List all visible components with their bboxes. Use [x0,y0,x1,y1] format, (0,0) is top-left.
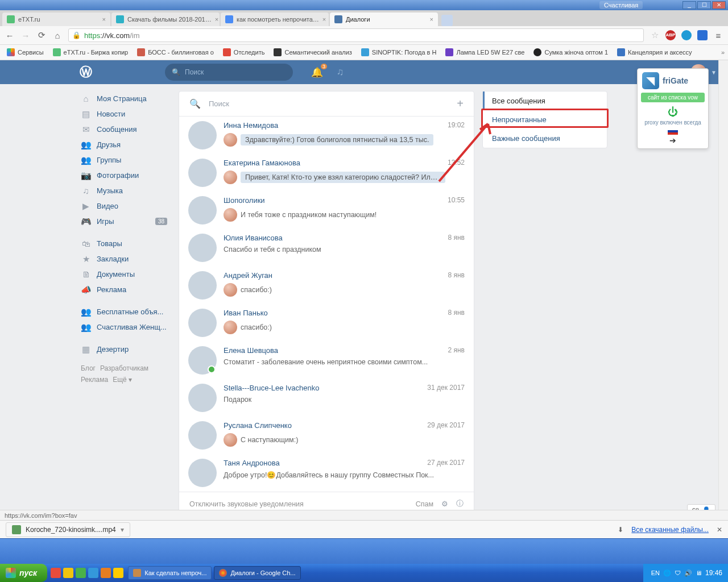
nav-docs[interactable]: 🗎Документы [77,267,171,282]
dialog-row[interactable]: Руслана Слипченко29 дек 2017С наступающи… [179,417,474,454]
power-icon[interactable]: ⏻ [667,106,679,118]
close-icon[interactable]: × [319,16,326,23]
dialog-row[interactable]: Елена Шевцова2 янвСтоматит - заболевание… [179,342,474,379]
close-icon[interactable]: × [99,16,106,23]
new-tab-button[interactable] [441,15,453,26]
footer-link[interactable]: Ещё ▾ [113,376,132,384]
nav-group-1[interactable]: 👥Бесплатные объя... [77,304,171,319]
window-minimize[interactable]: _ [682,1,696,9]
info-icon[interactable]: ⓘ [456,499,464,509]
ql-icon[interactable] [76,568,86,578]
window-maximize[interactable]: ☐ [697,1,711,9]
nav-bookmarks[interactable]: ★Закладки [77,251,171,267]
nav-groups[interactable]: 👥Группы [77,152,171,168]
nav-ads[interactable]: 📣Реклама [77,282,171,297]
reload-icon[interactable]: ⟳ [36,30,47,40]
bookmark-item[interactable]: eTXT.ru - Биржа копир [49,47,132,57]
new-chat-icon[interactable]: + [457,97,464,110]
bookmark-item[interactable]: SINOPTIK: Погода в Н [358,47,440,57]
clock[interactable]: 19:46 [705,569,722,577]
bookmark-item[interactable]: Семантический анализ [270,47,355,57]
home-icon[interactable]: ⌂ [52,30,63,40]
nav-games[interactable]: 🎮Игры38 [77,214,171,229]
filter-important[interactable]: Важные сообщения [483,129,607,148]
gear-icon[interactable]: ⚙ [441,500,448,508]
ql-icon[interactable] [88,568,98,578]
ql-icon[interactable] [51,568,61,578]
notifications-icon[interactable]: 🔔3 [311,66,323,78]
close-downloads-bar[interactable]: ✕ [717,526,722,534]
footer-link[interactable]: Реклама [81,376,108,384]
dialog-row[interactable]: Екатерина Гамаюнова13:52Привет, Катя! Кт… [179,154,474,192]
bookmark-item[interactable]: Канцелярия и аксессу [614,47,696,57]
vk-search-input[interactable]: 🔍 Поиск [165,64,293,81]
nav-video[interactable]: ▶Видео [77,198,171,214]
nav-label: Музыка [97,186,123,195]
tray-icon[interactable]: 🌐 [663,569,671,577]
footer-link[interactable]: Разработчикам [100,364,148,372]
filter-unread[interactable]: Непрочитанные [483,110,607,129]
music-icon[interactable]: ♫ [337,66,344,78]
browser-tab[interactable]: eTXT.ru × [2,13,110,26]
tray-icon[interactable]: 🔊 [684,569,692,577]
dialog-row[interactable]: Шопоголики10:55И тебя тоже с праздником … [179,192,474,229]
menu-icon[interactable]: ≡ [713,30,723,40]
start-button[interactable]: пуск [0,564,47,582]
nav-market[interactable]: 🛍Товары [77,236,171,251]
abp-icon[interactable]: ABP [665,30,676,40]
dialog-row[interactable]: Юлия Иванисова8 янвСпасибо и тебя с праз… [179,229,474,267]
ql-icon[interactable] [113,568,123,578]
nav-group-2[interactable]: 👥Счастливая Женщ... [77,319,171,335]
bookmark-item[interactable]: БОСС - биллинговая о [134,47,217,57]
bookmark-item[interactable]: Лампа LED 5W E27 све [442,47,528,57]
nav-news[interactable]: ▤Новости [77,106,171,122]
dialog-row[interactable]: Таня Андронова27 дек 2017Доброе утро!😊До… [179,454,474,492]
filter-all[interactable]: Все сообщения [483,92,607,110]
dialog-row[interactable]: Андрей Жуган8 янвспасибо:) [179,267,474,304]
browser-tab[interactable]: Скачать фильмы 2018-201… × [111,13,220,26]
chevron-down-icon[interactable]: ▾ [121,526,124,534]
ql-icon[interactable] [63,568,73,578]
close-icon[interactable]: × [427,16,433,23]
dialog-row[interactable]: Stella---Bruce-Lee Ivachenko31 дек 2017П… [179,379,474,417]
vk-logo-icon[interactable]: Ⓦ [80,64,165,81]
bookmarks-overflow[interactable]: » [721,49,725,56]
close-icon[interactable]: × [212,16,218,23]
window-close[interactable]: ✕ [712,1,726,9]
nav-music[interactable]: ♫Музыка [77,183,171,198]
nav-friends[interactable]: 👥Друзья [77,137,171,152]
show-all-downloads[interactable]: Все скачанные файлы... [631,526,709,534]
dialog-row[interactable]: Инна Немидова19:02Здравствуйте:) Готов б… [179,117,474,154]
groups-icon: 👥 [81,155,91,165]
dialog-row[interactable]: Иван Панько8 янвспасибо:) [179,304,474,342]
dialogs-search[interactable]: 🔍 Поиск + [179,92,474,117]
tray-icon[interactable]: 🛡 [675,569,681,576]
back-icon[interactable]: ← [5,30,15,40]
taskbar-window-active[interactable]: Диалоги - Google Ch... [214,566,300,580]
star-icon[interactable]: ☆ [650,30,660,40]
taskbar-window[interactable]: Как сделать непроч... [128,566,212,580]
bookmark-item[interactable]: Сумка жіноча оптом 1 [530,47,611,57]
nav-app-1[interactable]: ▦Дезертир [77,342,171,357]
nav-messages[interactable]: ✉Сообщения [77,122,171,137]
scrollbar[interactable] [718,60,728,520]
download-item[interactable]: Koroche_720-kinosimk....mp4 ▾ [6,522,130,537]
nav-my-page[interactable]: ⌂Моя Страница [77,91,171,106]
frigate-expand-icon[interactable]: ➔ [638,136,708,148]
address-bar[interactable]: 🔒 https://vk.com/im [68,28,644,42]
browser-tab-active[interactable]: Диалоги × [330,13,438,26]
footer-link[interactable]: Блог [81,364,96,372]
spam-link[interactable]: Спам [416,500,433,508]
ext-icon[interactable] [681,30,692,40]
ext-icon[interactable] [697,30,708,40]
tray-icon[interactable]: 🖥 [696,569,702,576]
tray-lang[interactable]: EN [651,569,660,576]
mute-link[interactable]: Отключить звуковые уведомления [189,500,304,508]
ql-icon[interactable] [101,568,111,578]
nav-photos[interactable]: 📷Фотографии [77,168,171,183]
frigate-widget[interactable]: ◥ friGate сайт из списка vow ⏻ proxy вкл… [637,68,709,149]
bookmark-item[interactable]: Отследить [220,47,268,57]
forward-icon[interactable]: → [20,30,31,40]
apps-shortcut[interactable]: Сервисы [3,47,47,57]
browser-tab[interactable]: как посмотреть непрочита… × [221,13,329,26]
